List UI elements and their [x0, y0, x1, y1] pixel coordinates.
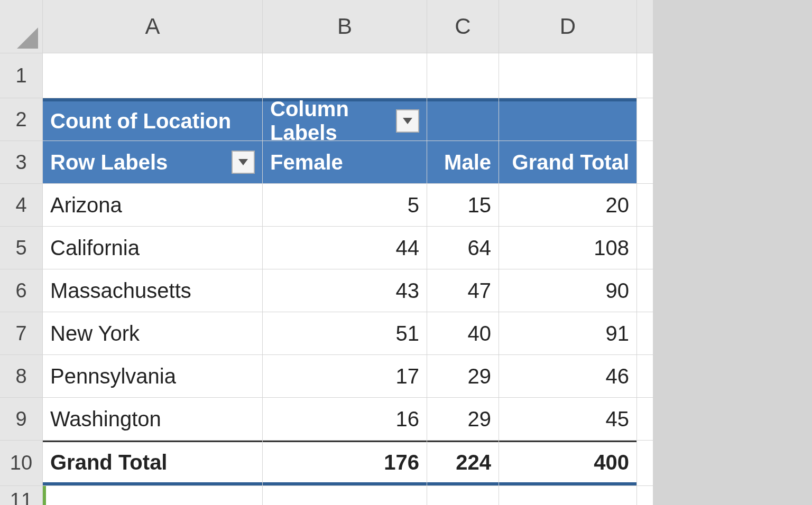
cell-stub-11 [637, 486, 653, 505]
col-header-c[interactable]: C [427, 0, 499, 53]
value-newyork-female[interactable]: 51 [263, 312, 427, 354]
col-header-a[interactable]: A [43, 0, 262, 53]
pivot-measure-label[interactable]: Count of Location [43, 98, 262, 141]
cell-stub-7 [637, 312, 653, 354]
row-header-8[interactable]: 8 [0, 355, 42, 397]
cell-b11[interactable] [263, 486, 427, 505]
cell-d11[interactable] [499, 486, 636, 505]
cell-stub-3 [637, 141, 653, 183]
col-header-stub [637, 0, 653, 53]
grand-total-male[interactable]: 224 [427, 441, 499, 485]
value-pennsylvania-total[interactable]: 46 [499, 355, 636, 397]
cell-stub-9 [637, 398, 653, 440]
value-pennsylvania-male[interactable]: 29 [427, 355, 499, 397]
row-header-7[interactable]: 7 [0, 312, 42, 354]
cell-a1[interactable] [43, 53, 262, 98]
cell-d2[interactable] [499, 98, 636, 141]
row-label-newyork[interactable]: New York [43, 312, 262, 354]
grand-total-total[interactable]: 400 [499, 441, 636, 485]
row-header-4[interactable]: 4 [0, 184, 42, 226]
cell-c2[interactable] [427, 98, 499, 141]
grand-total-label[interactable]: Grand Total [43, 441, 262, 485]
row-header-10[interactable]: 10 [0, 441, 42, 485]
row-label-california[interactable]: California [43, 227, 262, 269]
value-arizona-male[interactable]: 15 [427, 184, 499, 226]
pivot-column-labels-cell[interactable]: Column Labels [263, 98, 427, 141]
pivot-row-labels-cell[interactable]: Row Labels [43, 141, 262, 183]
value-washington-male[interactable]: 29 [427, 398, 499, 440]
column-filter-button[interactable] [396, 109, 419, 133]
value-pennsylvania-female[interactable]: 17 [263, 355, 427, 397]
svg-marker-1 [238, 159, 248, 165]
row-label-washington[interactable]: Washington [43, 398, 262, 440]
col-field-female[interactable]: Female [263, 141, 427, 183]
pivot-column-labels-text: Column Labels [270, 97, 389, 145]
cell-stub-6 [637, 269, 653, 312]
row-header-6[interactable]: 6 [0, 269, 42, 312]
chevron-down-icon [237, 157, 249, 167]
row-header-1[interactable]: 1 [0, 53, 42, 98]
cell-stub-5 [637, 227, 653, 269]
cell-c11[interactable] [427, 486, 499, 505]
row-label-arizona[interactable]: Arizona [43, 184, 262, 226]
col-field-male[interactable]: Male [427, 141, 499, 183]
row-header-3[interactable]: 3 [0, 141, 42, 183]
cell-stub-2 [637, 98, 653, 141]
row-label-massachusetts[interactable]: Massachusetts [43, 269, 262, 312]
row-header-5[interactable]: 5 [0, 227, 42, 269]
cell-stub-8 [637, 355, 653, 397]
pivot-row-labels-text: Row Labels [50, 151, 168, 174]
col-field-grandtotal[interactable]: Grand Total [499, 141, 636, 183]
value-massachusetts-male[interactable]: 47 [427, 269, 499, 312]
cell-stub-1 [637, 53, 653, 98]
cell-c1[interactable] [427, 53, 499, 98]
chevron-down-icon [402, 116, 413, 126]
spreadsheet-grid: A B C D 1 2 Count of Location Column Lab… [0, 0, 812, 505]
value-arizona-total[interactable]: 20 [499, 184, 636, 226]
value-newyork-male[interactable]: 40 [427, 312, 499, 354]
cell-stub-4 [637, 184, 653, 226]
row-label-pennsylvania[interactable]: Pennsylvania [43, 355, 262, 397]
col-header-b[interactable]: B [263, 0, 427, 53]
cell-d1[interactable] [499, 53, 636, 98]
svg-marker-0 [403, 118, 412, 124]
grand-total-female[interactable]: 176 [263, 441, 427, 485]
row-header-9[interactable]: 9 [0, 398, 42, 440]
select-all-corner[interactable] [0, 0, 42, 53]
value-washington-total[interactable]: 45 [499, 398, 636, 440]
value-california-total[interactable]: 108 [499, 227, 636, 269]
row-filter-button[interactable] [232, 151, 255, 174]
value-california-female[interactable]: 44 [263, 227, 427, 269]
cell-a11[interactable] [43, 486, 262, 505]
value-newyork-total[interactable]: 91 [499, 312, 636, 354]
cell-b1[interactable] [263, 53, 427, 98]
row-header-2[interactable]: 2 [0, 98, 42, 141]
col-header-d[interactable]: D [499, 0, 636, 53]
pivot-measure-text: Count of Location [50, 109, 231, 133]
cell-stub-10 [637, 441, 653, 485]
value-arizona-female[interactable]: 5 [263, 184, 427, 226]
value-california-male[interactable]: 64 [427, 227, 499, 269]
row-header-11[interactable]: 11 [0, 486, 42, 505]
value-washington-female[interactable]: 16 [263, 398, 427, 440]
value-massachusetts-female[interactable]: 43 [263, 269, 427, 312]
value-massachusetts-total[interactable]: 90 [499, 269, 636, 312]
